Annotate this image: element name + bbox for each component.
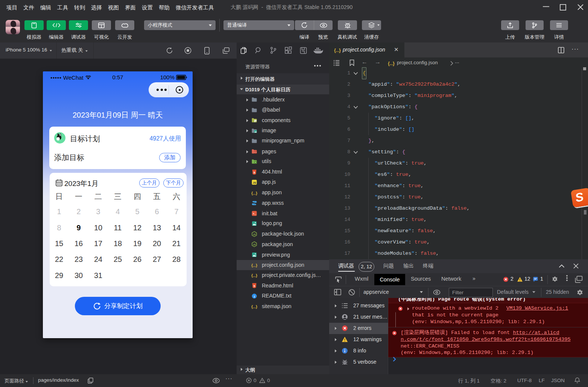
svg-text:JS: JS bbox=[253, 233, 255, 235]
svg-text:{‥}: {‥} bbox=[251, 273, 257, 278]
svg-text:<>: <> bbox=[254, 151, 257, 154]
svg-text:JS: JS bbox=[253, 243, 255, 246]
svg-text:>_: >_ bbox=[253, 212, 256, 215]
svg-text:5: 5 bbox=[254, 171, 255, 174]
svg-text:5: 5 bbox=[254, 284, 255, 288]
svg-text:{‥}: {‥} bbox=[251, 304, 257, 309]
svg-text:{‥}: {‥} bbox=[388, 61, 395, 66]
svg-text:{‥}: {‥} bbox=[251, 263, 257, 268]
svg-text:{‥}: {‥} bbox=[251, 190, 257, 195]
svg-text:{‥}: {‥} bbox=[334, 48, 341, 53]
svg-text:JS: JS bbox=[253, 181, 256, 184]
